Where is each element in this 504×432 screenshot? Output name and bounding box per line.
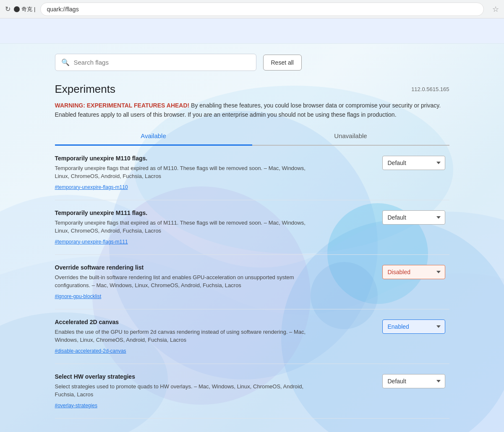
- flag-control: DefaultEnabledDisabled: [382, 209, 449, 225]
- version-label: 112.0.5615.165: [411, 83, 449, 92]
- flag-description: Temporarily unexpire flags that expired …: [55, 219, 307, 235]
- tab-available[interactable]: Available: [55, 128, 252, 146]
- warning-text-red: WARNING: EXPERIMENTAL FEATURES AHEAD!: [55, 102, 190, 109]
- flag-control: DefaultEnabledDisabled: [382, 264, 449, 279]
- flag-info: Temporarily unexpire M111 flags. Tempora…: [55, 209, 307, 245]
- flag-description: Select strategies used to promote quads …: [55, 382, 307, 399]
- reset-all-button[interactable]: Reset all: [263, 55, 302, 71]
- search-input[interactable]: [74, 59, 250, 66]
- search-row: 🔍 Reset all: [55, 54, 449, 71]
- flag-link[interactable]: #disable-accelerated-2d-canvas: [55, 348, 126, 354]
- flag-item: Accelerated 2D canvas Enables the use of…: [55, 309, 449, 364]
- flag-title: Override software rendering list: [55, 264, 307, 271]
- tabs-row: Available Unavailable: [55, 128, 449, 146]
- flag-info: Temporarily unexpire M110 flags. Tempora…: [55, 155, 307, 191]
- page-content: 🔍 Reset all Experiments 112.0.5615.165 W…: [0, 44, 504, 432]
- flag-info: Override software rendering list Overrid…: [55, 264, 307, 300]
- site-label: 奇克: [21, 5, 32, 13]
- browser-controls: ↻ 奇克 |: [5, 5, 35, 13]
- flag-description: Enables the use of the GPU to perform 2d…: [55, 328, 307, 344]
- flag-description: Temporarily unexpire flags that expired …: [55, 164, 307, 181]
- search-icon: 🔍: [61, 58, 70, 66]
- search-box: 🔍: [55, 54, 256, 71]
- flag-link[interactable]: #overlay-strategies: [55, 403, 97, 408]
- flag-control: DefaultEnabledDisabled: [382, 319, 449, 334]
- browser-chrome: ↻ 奇克 | quark://flags ☆: [0, 0, 504, 18]
- flag-title: Temporarily unexpire M111 flags.: [55, 209, 307, 216]
- flag-control: DefaultEnabledDisabled: [382, 155, 449, 170]
- flag-select[interactable]: DefaultEnabledDisabled: [382, 210, 445, 225]
- content-wrapper: 🔍 Reset all Experiments 112.0.5615.165 W…: [47, 44, 458, 432]
- flag-item: Select HW overlay strategies Select stra…: [55, 364, 449, 419]
- bookmark-icon[interactable]: ☆: [492, 5, 499, 14]
- favicon-dot: [14, 6, 20, 12]
- flag-item: Temporarily unexpire M110 flags. Tempora…: [55, 146, 449, 200]
- flag-link[interactable]: #temporary-unexpire-flags-m110: [55, 184, 128, 190]
- flag-description: Overrides the built-in software renderin…: [55, 273, 307, 290]
- flag-title: Temporarily unexpire M110 flags.: [55, 155, 307, 162]
- flag-select[interactable]: DefaultEnabledDisabled: [382, 156, 445, 170]
- favicon-area: 奇克 |: [14, 5, 35, 13]
- flag-item: Override software rendering list Overrid…: [55, 255, 449, 309]
- flag-select[interactable]: DefaultEnabledDisabled: [382, 265, 445, 279]
- tab-unavailable[interactable]: Unavailable: [252, 128, 449, 146]
- address-bar[interactable]: quark://flags: [40, 3, 484, 16]
- flag-title: Accelerated 2D canvas: [55, 319, 307, 325]
- page-toolbar: [0, 18, 504, 44]
- warning-box: WARNING: EXPERIMENTAL FEATURES AHEAD! By…: [55, 101, 449, 120]
- flag-select[interactable]: DefaultEnabledDisabled: [382, 374, 445, 388]
- flag-control: DefaultEnabledDisabled: [382, 373, 449, 388]
- flag-title: Select HW overlay strategies: [55, 373, 307, 380]
- url-text: quark://flags: [47, 6, 78, 13]
- page-title: Experiments: [55, 83, 116, 96]
- reload-icon[interactable]: ↻: [5, 5, 10, 13]
- flag-select[interactable]: DefaultEnabledDisabled: [382, 319, 445, 334]
- flag-link[interactable]: #temporary-unexpire-flags-m111: [55, 239, 128, 245]
- flag-link[interactable]: #ignore-gpu-blocklist: [55, 293, 102, 299]
- flag-item: Temporarily unexpire M111 flags. Tempora…: [55, 200, 449, 255]
- experiments-header: Experiments 112.0.5615.165: [55, 83, 449, 96]
- flag-info: Select HW overlay strategies Select stra…: [55, 373, 307, 409]
- url-separator: |: [34, 6, 35, 12]
- flag-info: Accelerated 2D canvas Enables the use of…: [55, 319, 307, 354]
- flag-list: Temporarily unexpire M110 flags. Tempora…: [55, 146, 449, 419]
